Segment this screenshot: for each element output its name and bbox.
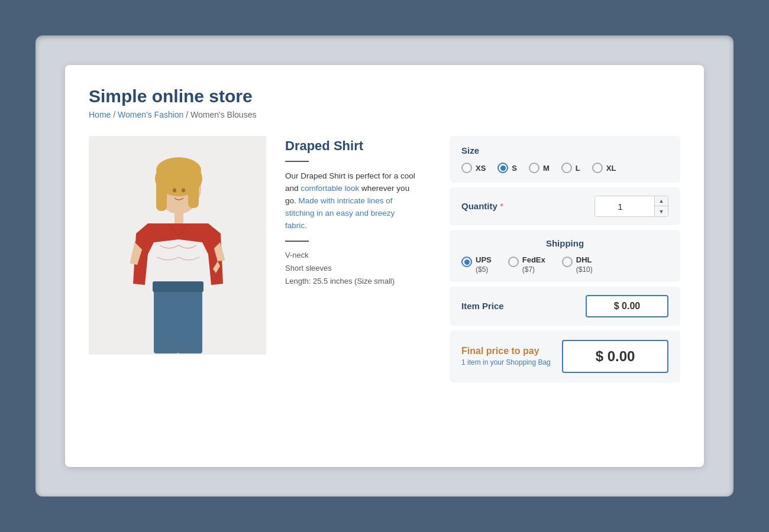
size-option-xl[interactable]: XL: [592, 163, 616, 173]
size-section: Size XS S M: [450, 136, 680, 183]
desc-highlight2: Made with intricate lines of stitching i…: [285, 196, 395, 230]
product-page-card: Simple online store Home / Women's Fashi…: [65, 65, 704, 467]
store-title: Simple online store: [89, 86, 680, 106]
svg-point-6: [173, 189, 176, 193]
item-price-value: $ 0.00: [586, 295, 668, 317]
ups-name: UPS: [476, 255, 492, 265]
quantity-input-wrap: ▲ ▼: [594, 196, 668, 217]
product-divider: [285, 161, 309, 162]
item-price-label: Item Price: [461, 301, 504, 311]
product-details: Draped Shirt Our Draped Shirt is perfect…: [285, 136, 431, 382]
quantity-label: Quantity *: [461, 201, 503, 212]
shipping-radio-ups: [461, 257, 472, 267]
breadcrumb-sep1: /: [111, 110, 118, 119]
breadcrumb-subcategory: Women's Blouses: [190, 110, 256, 119]
size-radio-l: [561, 163, 572, 173]
product-area: Draped Shirt Our Draped Shirt is perfect…: [89, 136, 680, 382]
svg-rect-11: [153, 281, 203, 292]
size-label-m: M: [543, 164, 550, 173]
svg-rect-9: [154, 283, 179, 353]
svg-rect-8: [175, 212, 183, 225]
item-price-row: Item Price $ 0.00: [450, 287, 680, 326]
fedex-price: ($7): [522, 265, 545, 274]
quantity-input[interactable]: [595, 196, 654, 216]
shipping-radio-dhl: [562, 257, 573, 267]
shipping-text-ups: UPS ($5): [476, 255, 492, 274]
size-options: XS S M L: [461, 163, 668, 173]
outer-frame: Simple online store Home / Women's Fashi…: [35, 35, 734, 497]
shipping-title: Shipping: [461, 238, 668, 248]
desc-highlight1: comfortable look: [301, 184, 359, 193]
final-price-title: Final price to pay: [461, 346, 551, 356]
breadcrumb-category[interactable]: Women's Fashion: [118, 110, 183, 119]
shipping-section: Shipping UPS ($5) FedEx: [450, 230, 680, 282]
final-price-subtitle: 1 item in your Shopping Bag: [461, 358, 551, 366]
size-option-xs[interactable]: XS: [461, 163, 486, 173]
shipping-text-fedex: FedEx ($7): [522, 255, 545, 274]
quantity-row: Quantity * ▲ ▼: [450, 187, 680, 225]
shipping-radio-fedex: [508, 257, 519, 267]
size-label: Size: [461, 145, 668, 155]
size-label-l: L: [576, 164, 580, 173]
svg-point-5: [156, 157, 201, 183]
breadcrumb: Home / Women's Fashion / Women's Blouses: [89, 110, 680, 119]
size-radio-xs: [461, 163, 472, 173]
breadcrumb-sep2: /: [183, 110, 190, 119]
final-price-left: Final price to pay 1 item in your Shoppi…: [461, 346, 551, 366]
size-radio-xl: [592, 163, 603, 173]
size-option-m[interactable]: M: [529, 163, 550, 173]
product-description: Our Draped Shirt is perfect for a cool a…: [285, 170, 415, 232]
feature-vneck: V-neck: [285, 249, 431, 262]
shipping-option-dhl[interactable]: DHL ($10): [562, 255, 593, 274]
svg-rect-10: [177, 283, 202, 353]
quantity-down-button[interactable]: ▼: [655, 206, 668, 216]
breadcrumb-home[interactable]: Home: [89, 110, 111, 119]
svg-rect-4: [188, 179, 199, 208]
svg-rect-3: [156, 179, 167, 211]
quantity-up-button[interactable]: ▲: [655, 196, 668, 206]
size-label-s: S: [512, 164, 517, 173]
shipping-options: UPS ($5) FedEx ($7): [461, 255, 668, 274]
product-name: Draped Shirt: [285, 138, 431, 154]
quantity-arrows: ▲ ▼: [654, 196, 668, 216]
dhl-name: DHL: [576, 255, 593, 265]
final-price-value: $ 0.00: [562, 340, 668, 373]
dhl-price: ($10): [576, 265, 593, 274]
shipping-text-dhl: DHL ($10): [576, 255, 593, 274]
quantity-required-marker: *: [500, 201, 503, 211]
fedex-name: FedEx: [522, 255, 545, 265]
product-divider2: [285, 241, 309, 242]
quantity-label-text: Quantity: [461, 201, 497, 211]
ups-price: ($5): [476, 265, 492, 274]
feature-length: Length: 25.5 inches (Size small): [285, 275, 431, 288]
size-radio-m: [529, 163, 539, 173]
product-image: [89, 136, 266, 355]
right-panel: Size XS S M: [450, 136, 680, 382]
shipping-option-fedex[interactable]: FedEx ($7): [508, 255, 545, 274]
shipping-option-ups[interactable]: UPS ($5): [461, 255, 492, 274]
size-radio-s: [497, 163, 508, 173]
final-price-section: Final price to pay 1 item in your Shoppi…: [450, 330, 680, 382]
size-label-xl: XL: [606, 164, 616, 173]
svg-point-7: [182, 189, 185, 193]
feature-sleeves: Short sleeves: [285, 262, 431, 275]
size-option-s[interactable]: S: [497, 163, 517, 173]
size-option-l[interactable]: L: [561, 163, 580, 173]
product-features: V-neck Short sleeves Length: 25.5 inches…: [285, 249, 431, 288]
size-label-xs: XS: [476, 164, 486, 173]
